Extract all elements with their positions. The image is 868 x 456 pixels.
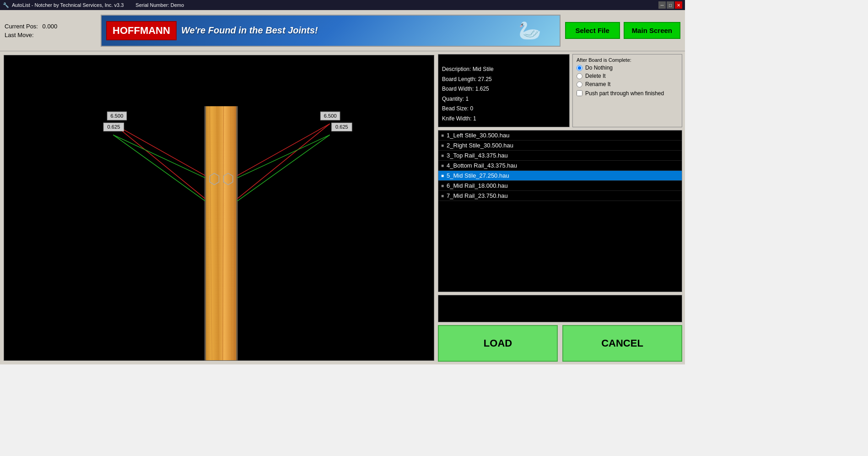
top-buttons: Select File Main Screen [565, 22, 680, 39]
titlebar-title: AutoList - Notcher by Technical Services… [12, 2, 124, 8]
current-pos-label: Current Pos: [5, 23, 38, 30]
radio-rename-it[interactable] [577, 81, 582, 87]
board-width-label: Board Width: [442, 86, 474, 92]
app-icon: 🔧 [3, 2, 9, 8]
titlebar-left: 🔧 AutoList - Notcher by Technical Servic… [3, 2, 184, 8]
file-item-6[interactable]: 6_Mid Rail_18.000.hau [438, 181, 682, 191]
select-file-button[interactable]: Select File [565, 22, 620, 39]
quantity-label: Quantity: [442, 96, 464, 102]
knife-width-label: Knife Width: [442, 115, 472, 122]
titlebar: 🔧 AutoList - Notcher by Technical Servic… [0, 0, 685, 10]
titlebar-controls: ─ □ ✕ [658, 1, 682, 9]
banner-tagline: We're Found in the Best Joints! [181, 25, 318, 36]
board-length-row: Board Length: 27.25 [442, 75, 566, 85]
load-button[interactable]: LOAD [438, 325, 558, 362]
close-button[interactable]: ✕ [675, 1, 682, 9]
file-item-7[interactable]: 7_Mid Rail_23.750.hau [438, 191, 682, 201]
after-board-panel: After Board is Complete: Do Nothing Dele… [572, 54, 682, 127]
board-width-value: 1.625 [475, 86, 489, 92]
board-details-content: Description: Mid Stile Board Length: 27.… [442, 65, 566, 124]
current-pos-value: 0.000 [43, 23, 58, 30]
main-screen-button[interactable]: Main Screen [624, 22, 680, 39]
titlebar-serial: Serial Number: Demo [135, 2, 184, 8]
board-details-panel: Board Details: Description: Mid Stile Bo… [438, 54, 570, 127]
minimize-button[interactable]: ─ [658, 1, 666, 9]
option-do-nothing[interactable]: Do Nothing [577, 65, 678, 71]
svg-line-12 [113, 135, 205, 178]
top-right: Board Details: Description: Mid Stile Bo… [438, 54, 682, 127]
quantity-row: Quantity: 1 [442, 94, 566, 104]
svg-text:6.500: 6.500 [324, 113, 337, 119]
bead-size-label: Bead Size: [442, 105, 469, 112]
knife-width-value: 1 [473, 115, 476, 122]
file-item-1[interactable]: 1_Left Stile_30.500.hau [438, 130, 682, 141]
canvas-svg: 6.500 0.625 6.500 0.625 [4, 55, 434, 360]
after-board-title: After Board is Complete: [577, 57, 678, 63]
board-details-title: Board Details: [442, 57, 566, 63]
file-item-2[interactable]: 2_Right Stile_30.500.hau [438, 141, 682, 151]
checkbox-push-through[interactable] [577, 90, 582, 96]
last-move: Last Move: [5, 32, 96, 38]
main: 6.500 0.625 6.500 0.625 Board Details: D… [0, 51, 685, 364]
svg-line-9 [113, 124, 205, 198]
bottom-buttons: LOAD CANCEL [438, 325, 682, 362]
board-length-value: 27.25 [478, 76, 492, 82]
quantity-value: 1 [465, 96, 469, 102]
svg-text:6.500: 6.500 [111, 113, 124, 119]
svg-line-14 [237, 135, 330, 178]
radio-delete-it[interactable] [577, 73, 582, 79]
do-nothing-label: Do Nothing [585, 65, 613, 71]
svg-rect-7 [236, 106, 238, 360]
file-list[interactable]: 1_Left Stile_30.500.hau2_Right Stile_30.… [438, 130, 682, 292]
banner: HOFFMANN We're Found in the Best Joints!… [101, 15, 561, 47]
file-item-5[interactable]: 5_Mid Stile_27.250.hau [438, 171, 682, 181]
board-length-label: Board Length: [442, 76, 476, 82]
svg-rect-6 [204, 106, 206, 360]
banner-brand: HOFFMANN [106, 21, 177, 40]
description-row: Description: Mid Stile [442, 65, 566, 75]
cancel-button[interactable]: CANCEL [562, 325, 682, 362]
svg-text:0.625: 0.625 [108, 124, 120, 130]
bead-size-row: Bead Size: 0 [442, 104, 566, 114]
svg-text:0.625: 0.625 [335, 124, 348, 130]
restore-button[interactable]: □ [667, 1, 674, 9]
status-area: Current Pos: 0.000 Last Move: [5, 23, 96, 38]
knife-width-row: Knife Width: 1 [442, 114, 566, 124]
last-move-label: Last Move: [5, 32, 34, 38]
description-label: Description: [442, 66, 471, 72]
radio-do-nothing[interactable] [577, 65, 582, 71]
option-delete-it[interactable]: Delete It [577, 73, 678, 79]
svg-line-11 [237, 124, 330, 198]
right-panel: Board Details: Description: Mid Stile Bo… [438, 51, 685, 364]
topbar: Current Pos: 0.000 Last Move: HOFFMANN W… [0, 10, 685, 51]
file-item-4[interactable]: 4_Bottom Rail_43.375.hau [438, 161, 682, 171]
rename-it-label: Rename It [585, 81, 610, 87]
board-width-row: Board Width: 1.625 [442, 84, 566, 94]
bead-size-value: 0 [470, 105, 473, 112]
push-through-label: Push part through when finished [585, 90, 664, 97]
file-item-3[interactable]: 3_Top Rail_43.375.hau [438, 151, 682, 161]
delete-it-label: Delete It [585, 73, 606, 79]
extra-area [438, 295, 682, 322]
option-push-through[interactable]: Push part through when finished [577, 90, 678, 97]
option-rename-it[interactable]: Rename It [577, 81, 678, 87]
banner-bird-icon: 🦢 [518, 20, 541, 41]
current-pos: Current Pos: 0.000 [5, 23, 96, 30]
canvas-area: 6.500 0.625 6.500 0.625 [4, 55, 434, 361]
description-value: Mid Stile [473, 66, 494, 72]
